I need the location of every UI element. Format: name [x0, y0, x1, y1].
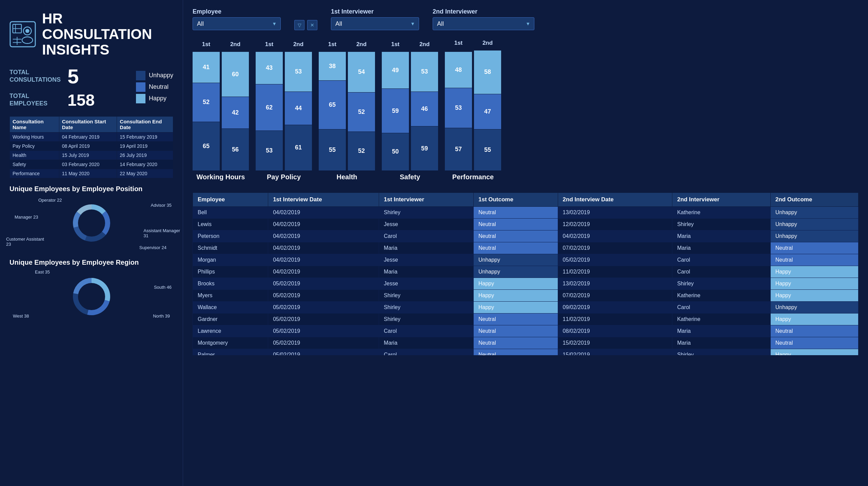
- data-cell: Shirley: [379, 206, 474, 218]
- data-cell: Happy: [473, 301, 558, 313]
- table-cell: 15 July 2019: [59, 150, 117, 160]
- data-cell: Happy: [473, 278, 558, 289]
- svg-point-5: [25, 29, 29, 33]
- data-cell: 12/02/2019: [558, 218, 672, 230]
- data-cell: 15/02/2019: [558, 337, 672, 349]
- interviewer1-select-wrapper[interactable]: All: [331, 17, 419, 30]
- bar-segment-happy: 53: [285, 52, 312, 92]
- table-cell: Health: [10, 150, 59, 160]
- legend-unhappy-label: Unhappy: [149, 72, 173, 79]
- bar-segment-neutral: 44: [285, 92, 312, 125]
- clear-filter-button[interactable]: ✕: [307, 20, 317, 30]
- total-employees-label: TOTAL EMPLOYEES: [9, 93, 62, 107]
- data-cell: 05/02/2019: [268, 337, 379, 349]
- bar-segment-neutral: 59: [382, 89, 409, 133]
- donut2-label-east: East 35: [35, 269, 50, 275]
- data-cell: 11/02/2019: [558, 266, 672, 278]
- bar-segment-happy: 60: [222, 52, 249, 97]
- employee-select-wrapper[interactable]: All: [193, 17, 281, 30]
- table-cell: Pay Policy: [10, 141, 59, 150]
- bar-stack-2-0: 556538: [319, 52, 346, 170]
- legend-box-happy: [136, 94, 145, 103]
- donut1-label-advisor: Advisor 35: [151, 203, 172, 208]
- table-row: Schmidt04/02/2019MariaNeutral07/02/2019M…: [193, 242, 859, 254]
- data-table-header: 1st Interview Date: [268, 193, 379, 206]
- data-cell: Happy: [770, 349, 858, 355]
- data-cell: 07/02/2019: [558, 242, 672, 254]
- data-cell: Neutral: [473, 337, 558, 349]
- bar-segment-neutral: 53: [445, 88, 472, 128]
- bar-segment-unhappy: 57: [445, 128, 472, 170]
- bar-col-header: 1st: [319, 41, 346, 48]
- data-cell: Neutral: [770, 325, 858, 337]
- total-employees-block: TOTAL EMPLOYEES 158: [9, 91, 95, 109]
- table-row: Gardner05/02/2019ShirleyNeutral11/02/201…: [193, 313, 859, 325]
- col-header-end: Consultation End Date: [117, 116, 173, 132]
- bar-chart-group-0: 1st2nd655241564260Working Hours: [193, 41, 249, 181]
- data-cell: Neutral: [473, 242, 558, 254]
- bar-segment-unhappy: 59: [411, 126, 438, 170]
- data-cell: Shirley: [379, 289, 474, 301]
- table-cell: 03 February 2020: [59, 160, 117, 169]
- donut1-svg: [64, 196, 119, 250]
- employee-select[interactable]: All: [193, 17, 281, 30]
- app-title: HR CONSULTATION INSIGHTS: [42, 11, 173, 58]
- bar-segment-unhappy: 55: [319, 129, 346, 170]
- table-row: Morgan04/02/2019JesseUnhappy05/02/2019Ca…: [193, 254, 859, 266]
- bar-segment-happy: 49: [382, 52, 409, 88]
- data-cell: Bell: [193, 206, 268, 218]
- interviewer2-select-wrapper[interactable]: All: [433, 17, 534, 30]
- bar-charts-area: 1st2nd655241564260Working Hours1st2nd536…: [193, 36, 859, 186]
- bar-segment-happy: 58: [474, 50, 501, 94]
- table-cell: 19 April 2019: [117, 141, 173, 150]
- data-cell: Neutral: [473, 313, 558, 325]
- donut1-label-supervisor: Supervisor 24: [139, 245, 166, 250]
- data-cell: Maria: [672, 230, 771, 242]
- employee-filter-group: Employee All: [193, 8, 281, 30]
- data-table-header: 2nd Outcome: [770, 193, 858, 206]
- donut1-title: Unique Employees by Employee Position: [9, 185, 173, 193]
- donut1-label-asst-manager: Assistant Manager31: [143, 228, 180, 238]
- bar-stack-3-1: 594653: [411, 52, 438, 170]
- data-table-header: 1st Interviewer: [379, 193, 474, 206]
- donut2-chart: East 35 South 46 North 39 West 38: [9, 268, 173, 325]
- donut-chart-position: Unique Employees by Employee Position Op…: [9, 185, 173, 252]
- data-cell: 11/02/2019: [558, 313, 672, 325]
- table-scroll[interactable]: Employee1st Interview Date1st Interviewe…: [193, 193, 859, 355]
- interviewer2-select[interactable]: All: [433, 17, 534, 30]
- data-cell: Unhappy: [770, 230, 858, 242]
- data-cell: Maria: [379, 266, 474, 278]
- data-cell: Brooks: [193, 278, 268, 289]
- data-cell: Neutral: [473, 349, 558, 355]
- data-cell: 04/02/2019: [558, 230, 672, 242]
- bar-chart-title: Working Hours: [197, 173, 245, 181]
- bar-col-header: 1st: [193, 41, 220, 48]
- bar-chart-title: Pay Policy: [267, 173, 301, 181]
- donut-chart-region: Unique Employees by Employee Region East…: [9, 259, 173, 325]
- data-cell: Peterson: [193, 230, 268, 242]
- filter-button[interactable]: ▽: [294, 20, 304, 30]
- legend-neutral-label: Neutral: [149, 83, 169, 90]
- data-cell: Jesse: [379, 278, 474, 289]
- data-cell: Carol: [379, 230, 474, 242]
- data-cell: Neutral: [473, 218, 558, 230]
- donut1-chart: Operator 22 Advisor 35 Assistant Manager…: [9, 194, 173, 252]
- data-cell: Neutral: [473, 230, 558, 242]
- data-cell: 05/02/2019: [558, 254, 672, 266]
- data-cell: Happy: [770, 313, 858, 325]
- interviewer1-select[interactable]: All: [331, 17, 419, 30]
- interviewer1-filter-label: 1st Interviewer: [331, 8, 419, 15]
- table-cell: 15 February 2019: [117, 132, 173, 141]
- table-row: Lewis04/02/2019JesseNeutral12/02/2019Shi…: [193, 218, 859, 230]
- data-cell: 04/02/2019: [268, 230, 379, 242]
- bar-stack-3-0: 505949: [382, 52, 409, 170]
- bar-col-header: 1st: [256, 41, 283, 48]
- table-row: Brooks05/02/2019JesseHappy13/02/2019Shir…: [193, 278, 859, 289]
- data-cell: 07/02/2019: [558, 289, 672, 301]
- total-consultations-block: TOTAL CONSULTATIONS 5: [9, 65, 95, 88]
- bar-col-header: 2nd: [222, 41, 249, 48]
- donut1-label-cust-asst: Customer Assistant23: [6, 237, 44, 247]
- donut1-label-manager: Manager 23: [15, 215, 38, 220]
- total-consultations-label: TOTAL CONSULTATIONS: [9, 69, 62, 83]
- interviewer2-filter-label: 2nd Interviewer: [433, 8, 534, 15]
